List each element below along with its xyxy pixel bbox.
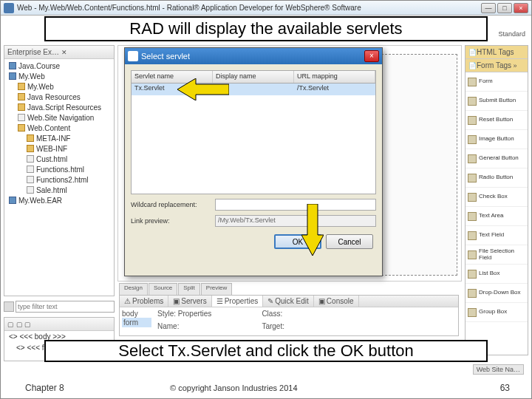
palette-item[interactable]: Radio Button xyxy=(466,168,528,188)
tab-source[interactable]: Source xyxy=(149,283,177,295)
tree-item[interactable]: My.Web xyxy=(6,71,112,81)
tab-design[interactable]: Design xyxy=(119,283,148,295)
tree-item[interactable]: Functions.html xyxy=(6,164,112,174)
cancel-button[interactable]: Cancel xyxy=(326,234,373,249)
crumb-form[interactable]: form xyxy=(122,318,151,327)
palette-header-form[interactable]: 📄 Form Tags » xyxy=(466,59,528,72)
palette-item[interactable]: General Button xyxy=(466,149,528,168)
palette-item[interactable]: Check Box xyxy=(466,188,528,207)
crumb-body[interactable]: body xyxy=(122,310,151,318)
arrow-left-icon xyxy=(177,78,229,100)
linkpreview-value: /My.Web/Tx.Servlet xyxy=(215,215,376,227)
col-url-mapping: URL mapping xyxy=(294,71,375,83)
project-tree[interactable]: Java.Course My.Web My.Web Java Resources… xyxy=(4,59,114,207)
tab-console[interactable]: ▣Console xyxy=(314,296,359,307)
tree-item[interactable]: Java Resources xyxy=(6,92,112,102)
tree-item[interactable]: Java.Course xyxy=(6,61,112,71)
main-titlebar: Web - My.Web/Web.Content/Functions.html … xyxy=(1,1,531,16)
servlet-row-selected[interactable]: Tx.Servlet /Tx.Servlet xyxy=(132,83,375,95)
app-icon xyxy=(4,3,14,13)
tree-item[interactable]: Java.Script Resources xyxy=(6,102,112,112)
type-filter-bar xyxy=(4,299,115,314)
bottom-panel: ⚠Problems ▣Servers ☰Properties ✎Quick Ed… xyxy=(119,295,459,336)
tree-item[interactable]: My.Web xyxy=(6,81,112,92)
palette-item[interactable]: Text Field xyxy=(466,226,528,245)
window-title: Web - My.Web/Web.Content/Functions.html … xyxy=(17,4,481,12)
perspective-label[interactable]: Standard xyxy=(498,30,525,38)
tree-item[interactable]: META-INF xyxy=(6,133,112,143)
wildcard-input[interactable] xyxy=(215,199,376,211)
tab-preview[interactable]: Preview xyxy=(201,283,232,295)
palette-header-html[interactable]: 📄 HTML Tags xyxy=(466,46,528,59)
svg-marker-0 xyxy=(177,78,229,100)
page-number: 63 xyxy=(500,383,510,393)
instruction-callout-top: RAD will display the available servlets xyxy=(44,16,488,41)
palette-panel: 📄 HTML Tags 📄 Form Tags » Form Submit Bu… xyxy=(465,45,528,355)
type-filter-input[interactable] xyxy=(16,301,115,313)
editor-mode-tabs: Design Source Split Preview xyxy=(119,283,459,295)
palette-item[interactable]: File Selection Field xyxy=(466,245,528,265)
arrow-down-icon xyxy=(301,204,324,256)
linkpreview-label: Link preview: xyxy=(131,217,212,225)
outline-toolbar: ▢ ▢ ▢ xyxy=(4,318,114,331)
tab-servers[interactable]: ▣Servers xyxy=(168,296,211,307)
bottom-right-tab[interactable]: Web Site Na… xyxy=(473,364,524,375)
tree-item[interactable]: Web.Site Navigation xyxy=(6,112,112,123)
tree-item[interactable]: Cust.html xyxy=(6,154,112,164)
palette-item[interactable]: Reset Button xyxy=(466,111,528,130)
tree-item[interactable]: My.Web.EAR xyxy=(6,195,112,205)
select-servlet-dialog: Select servlet × Servlet name Display na… xyxy=(124,47,383,276)
close-button[interactable]: × xyxy=(514,3,528,13)
dialog-close-button[interactable]: × xyxy=(364,50,379,62)
tree-item[interactable]: Sale.html xyxy=(6,185,112,195)
servlet-table[interactable]: Tx.Servlet /Tx.Servlet xyxy=(131,83,376,194)
explorer-tab[interactable]: Enterprise Ex… ✕ xyxy=(4,46,114,59)
palette-item[interactable]: Group Box xyxy=(466,303,528,322)
minimize-button[interactable]: — xyxy=(481,3,496,13)
palette-item[interactable]: List Box xyxy=(466,265,528,284)
servlet-table-header: Servlet name Display name URL mapping xyxy=(131,70,376,83)
tab-properties[interactable]: ☰Properties xyxy=(212,296,264,307)
dialog-title: Select servlet xyxy=(141,52,364,61)
tree-item[interactable]: WEB-INF xyxy=(6,143,112,154)
copyright-label: © copyright Janson Industries 2014 xyxy=(170,383,298,392)
slide-footer: Chapter 8 © copyright Janson Industries … xyxy=(0,380,532,396)
tab-split[interactable]: Split xyxy=(178,283,200,295)
wildcard-label: Wildcard replacement: xyxy=(131,201,212,208)
tree-item[interactable]: Functions2.html xyxy=(6,174,112,185)
tree-item[interactable]: Web.Content xyxy=(6,123,112,133)
palette-item[interactable]: Text Area xyxy=(466,207,528,226)
dialog-icon xyxy=(128,51,138,61)
maximize-button[interactable]: □ xyxy=(497,3,512,13)
filter-icon xyxy=(4,301,14,312)
palette-item[interactable]: Form xyxy=(466,72,528,92)
tab-problems[interactable]: ⚠Problems xyxy=(120,296,168,307)
cell-url-mapping: /Tx.Servlet xyxy=(294,83,375,95)
chapter-label: Chapter 8 xyxy=(25,383,64,393)
svg-marker-1 xyxy=(301,204,324,256)
tab-quickedit[interactable]: ✎Quick Edit xyxy=(263,296,314,307)
palette-item[interactable]: Image Button xyxy=(466,130,528,149)
instruction-callout-bottom: Select Tx.Servlet and click the OK butto… xyxy=(44,340,488,362)
dialog-titlebar: Select servlet × xyxy=(125,48,382,64)
enterprise-explorer: Enterprise Ex… ✕ Java.Course My.Web My.W… xyxy=(4,45,115,296)
palette-item[interactable]: Drop-Down Box xyxy=(466,284,528,303)
palette-item[interactable]: Submit Button xyxy=(466,92,528,111)
